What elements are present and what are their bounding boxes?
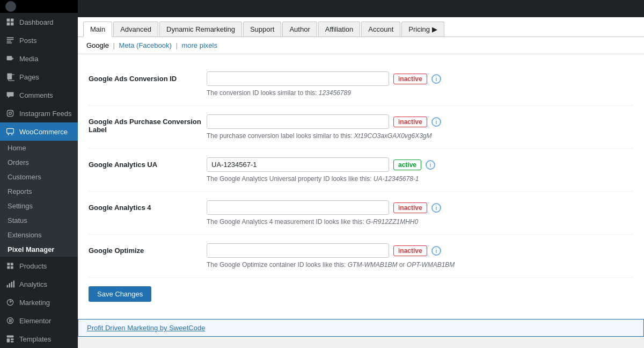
top-bar xyxy=(78,0,644,17)
sidebar-item-elementor[interactable]: Elementor xyxy=(0,311,78,330)
submenu-reports[interactable]: Reports xyxy=(0,184,78,199)
sidebar-item-products[interactable]: Products xyxy=(0,257,78,275)
save-button-row: Save Changes xyxy=(89,278,633,310)
tab-affiliation[interactable]: Affiliation xyxy=(318,21,361,37)
tab-account[interactable]: Account xyxy=(361,21,400,37)
woocommerce-icon xyxy=(5,127,15,136)
sidebar-item-pages[interactable]: Pages xyxy=(0,68,78,86)
input-google-ads-conversion-id[interactable] xyxy=(207,71,389,86)
svg-rect-1 xyxy=(11,19,14,22)
svg-rect-30 xyxy=(7,336,14,338)
subnav-more-pixels[interactable]: more pixels xyxy=(181,41,217,49)
svg-rect-32 xyxy=(11,338,14,340)
field-input-row: inactive i xyxy=(207,200,633,215)
info-icon-google-ads-purchase[interactable]: i xyxy=(431,117,441,127)
svg-rect-20 xyxy=(7,266,10,269)
instagram-icon xyxy=(5,108,15,118)
svg-rect-2 xyxy=(7,23,10,26)
svg-rect-3 xyxy=(11,23,14,26)
field-input-row: inactive i xyxy=(207,71,633,86)
svg-rect-22 xyxy=(7,285,8,288)
input-google-optimize[interactable] xyxy=(207,243,389,258)
submenu-customers[interactable]: Customers xyxy=(0,170,78,184)
info-icon-google-ads-conversion-id[interactable]: i xyxy=(431,74,441,84)
svg-point-17 xyxy=(11,134,12,135)
status-badge-google-optimize: inactive xyxy=(393,245,427,256)
sidebar-item-marketing[interactable]: Marketing xyxy=(0,293,78,311)
sidebar-item-label: Comments xyxy=(19,91,53,99)
tab-pricing[interactable]: Pricing ▶ xyxy=(401,21,444,37)
analytics-icon xyxy=(5,279,15,289)
info-icon-google-analytics-4[interactable]: i xyxy=(431,203,441,213)
tab-advanced[interactable]: Advanced xyxy=(113,21,158,37)
field-input-row: inactive i xyxy=(207,243,633,258)
svg-rect-21 xyxy=(11,266,13,269)
svg-rect-10 xyxy=(7,74,12,79)
field-label-google-analytics-ua: Google Analytics UA xyxy=(89,157,207,169)
products-icon xyxy=(5,261,15,271)
svg-rect-5 xyxy=(7,39,14,40)
sidebar-item-label: Pages xyxy=(19,73,39,81)
tab-support[interactable]: Support xyxy=(243,21,282,37)
svg-marker-9 xyxy=(12,57,13,60)
submenu-settings[interactable]: Settings xyxy=(0,199,78,213)
sidebar-item-comments[interactable]: Comments xyxy=(0,86,78,104)
svg-rect-19 xyxy=(11,263,13,265)
footer-link[interactable]: Profit Driven Marketing by SweetCode xyxy=(87,324,205,332)
sidebar-item-label: Products xyxy=(19,262,47,270)
sidebar-item-label: Analytics xyxy=(19,280,47,288)
status-badge-google-analytics-4: inactive xyxy=(393,202,427,213)
sidebar-item-label: Elementor xyxy=(19,317,51,325)
svg-rect-25 xyxy=(13,281,14,288)
sidebar-item-media[interactable]: Media xyxy=(0,49,78,68)
svg-rect-0 xyxy=(7,19,10,22)
submenu-home[interactable]: Home xyxy=(0,141,78,155)
save-button[interactable]: Save Changes xyxy=(89,286,151,302)
field-label-google-optimize: Google Optimize xyxy=(89,243,207,255)
sidebar-item-label: Templates xyxy=(19,335,51,343)
tab-main[interactable]: Main xyxy=(83,21,112,37)
hint-google-analytics-ua: The Google Analytics Universal property … xyxy=(207,175,633,183)
field-label-google-ads-purchase: Google Ads Purchase Conversion Label xyxy=(89,114,207,134)
field-row-google-ads-conversion-id: Google Ads Conversion ID inactive i The … xyxy=(89,63,633,106)
sidebar-item-instagram-feeds[interactable]: Instagram Feeds xyxy=(0,104,78,122)
sidebar-item-templates[interactable]: Templates xyxy=(0,330,78,348)
sidebar-item-woocommerce[interactable]: WooCommerce xyxy=(0,122,78,141)
svg-rect-24 xyxy=(11,282,12,287)
field-col-google-analytics-ua: active i The Google Analytics Universal … xyxy=(207,157,633,183)
content-area: Main Advanced Dynamic Remarketing Suppor… xyxy=(78,17,644,348)
field-input-row: active i xyxy=(207,157,633,172)
info-icon-google-analytics-ua[interactable]: i xyxy=(426,160,435,170)
footer-banner: Profit Driven Marketing by SweetCode xyxy=(78,319,644,337)
svg-point-14 xyxy=(12,111,13,112)
field-row-google-optimize: Google Optimize inactive i The Google Op… xyxy=(89,235,633,278)
status-badge-google-analytics-ua: active xyxy=(393,160,421,170)
sidebar-item-label: Instagram Feeds xyxy=(19,110,72,118)
subnav-current: Google xyxy=(86,41,109,49)
input-google-analytics-ua[interactable] xyxy=(207,157,389,172)
submenu-status[interactable]: Status xyxy=(0,213,78,228)
sidebar: Dashboard Posts Media Pages Comments Ins… xyxy=(0,0,78,348)
tab-author[interactable]: Author xyxy=(282,21,317,37)
submenu-extensions[interactable]: Extensions xyxy=(0,228,78,242)
sidebar-item-posts[interactable]: Posts xyxy=(0,31,78,49)
tab-dynamic-remarketing[interactable]: Dynamic Remarketing xyxy=(159,21,242,37)
input-google-ads-purchase-conversion-label[interactable] xyxy=(207,114,389,129)
field-col-google-ads-purchase: inactive i The purchase conversion label… xyxy=(207,114,633,140)
svg-rect-28 xyxy=(9,319,10,322)
subnav-meta-facebook[interactable]: Meta (Facebook) xyxy=(119,41,172,49)
svg-rect-18 xyxy=(7,263,10,265)
info-icon-google-optimize[interactable]: i xyxy=(431,246,441,256)
media-icon xyxy=(5,54,15,63)
status-badge-google-ads-conversion-id: inactive xyxy=(393,74,427,84)
input-google-analytics-4[interactable] xyxy=(207,200,389,215)
field-col-google-optimize: inactive i The Google Optimize container… xyxy=(207,243,633,269)
submenu-orders[interactable]: Orders xyxy=(0,155,78,170)
submenu-pixel-manager[interactable]: Pixel Manager xyxy=(0,242,78,257)
field-row-google-analytics-4: Google Analytics 4 inactive i The Google… xyxy=(89,192,633,235)
sidebar-item-analytics[interactable]: Analytics xyxy=(0,275,78,293)
wp-logo-icon xyxy=(5,1,16,12)
sidebar-item-dashboard[interactable]: Dashboard xyxy=(0,13,78,31)
hint-google-analytics-4: The Google Analytics 4 measurement ID lo… xyxy=(207,218,633,226)
status-badge-google-ads-purchase: inactive xyxy=(393,117,427,127)
